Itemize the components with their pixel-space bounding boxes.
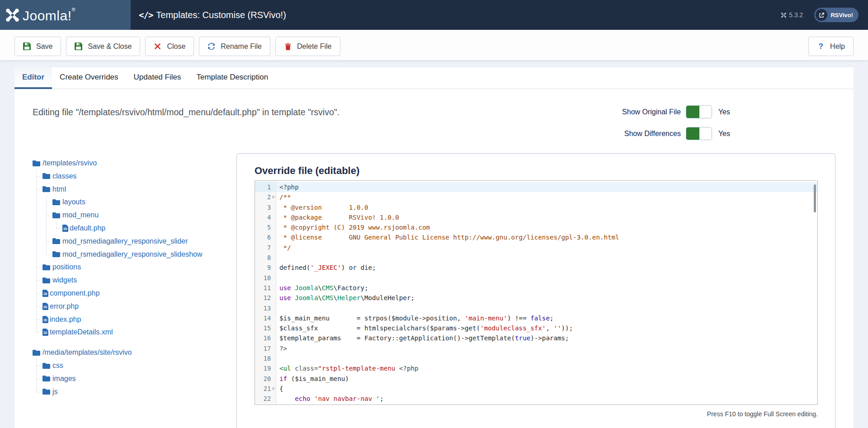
tab-template-description[interactable]: Template Description (189, 67, 276, 89)
delete-file-button[interactable]: Delete File (275, 37, 340, 56)
tree-item-mod-rsmediagallery-responsive-slideshow[interactable]: mod_rsmediagallery_responsive_slideshow (52, 248, 203, 261)
tree-item-label[interactable]: /media/templates/site/rsvivo (42, 348, 132, 357)
fold-arrow-icon[interactable]: v (271, 384, 276, 394)
tree-item-label[interactable]: index.php (50, 315, 81, 324)
code-line-2: /** (277, 192, 817, 202)
gutter-line-16: 16 (255, 333, 276, 343)
tree-item-html[interactable]: html (42, 183, 66, 196)
tree-item-label[interactable]: mod_rsmediagallery_responsive_slider (62, 237, 188, 245)
tree-item-label[interactable]: html (52, 185, 66, 193)
tree-connector-tick (36, 176, 40, 177)
save-button[interactable]: Save (14, 37, 61, 56)
rename-refresh-icon (208, 42, 215, 50)
tree-item-label[interactable]: js (52, 388, 58, 396)
tree-connector-line (46, 195, 47, 254)
tree-item-label[interactable]: classes (52, 172, 76, 180)
tree-connector-tick (36, 267, 40, 268)
file-icon (42, 329, 48, 336)
code-line-5: * @copyright (C) 2019 www.rsjoomla.com (277, 222, 817, 232)
fullscreen-hint: Press F10 to toggle Full Screen editing. (255, 410, 818, 418)
toggle-switch[interactable] (686, 105, 712, 118)
folder-icon (42, 362, 50, 369)
tree-item-label[interactable]: templateDetails.xml (50, 328, 113, 336)
gutter-line-12: 12 (255, 293, 276, 303)
gutter-line-9: 9 (255, 263, 276, 273)
tree-item-label[interactable]: mod_rsmediagallery_responsive_slideshow (62, 250, 203, 259)
switch-value: Yes (718, 108, 730, 116)
code-line-9: defined('_JEXEC') or die; (277, 263, 817, 273)
tree-item-label[interactable]: /templates/rsvivo (42, 159, 97, 167)
editing-info-row: Editing file "/templates/rsvivo/html/mod… (33, 105, 835, 140)
tree-item-classes[interactable]: classes (42, 170, 76, 183)
tree-item-error-php[interactable]: error.php (42, 300, 79, 313)
fold-arrow-icon[interactable]: v (271, 192, 276, 202)
folder-icon (33, 349, 40, 356)
tree-item-positions[interactable]: positions (42, 261, 81, 273)
gutter-line-14: 14 (255, 313, 276, 323)
tree-item-label[interactable]: mod_menu (62, 211, 99, 219)
close-icon (154, 42, 161, 50)
gutter-line-3: 3 (255, 202, 276, 212)
code-line-7: */ (277, 243, 817, 253)
tab-create-overrides[interactable]: Create Overrides (52, 67, 126, 89)
rename-file-button[interactable]: Rename File (199, 37, 270, 56)
switch-label: Show Differences (563, 130, 681, 138)
page-title: Templates: Customise (RSVivo!) (156, 10, 286, 20)
tree-item-index-php[interactable]: index.php (42, 313, 81, 326)
tree-item-images[interactable]: images (42, 372, 76, 385)
preview-site-button[interactable]: RSVivo! (814, 8, 859, 22)
code-line-19: <ul class="rstpl-template-menu <?php (277, 363, 817, 373)
tree-item-widgets[interactable]: widgets (42, 274, 77, 287)
tab-updated-files[interactable]: Updated Files (126, 67, 189, 89)
code-line-6: * @license GNU General Public License ht… (277, 232, 817, 242)
tree-item-mod-rsmediagallery-responsive-slider[interactable]: mod_rsmediagallery_responsive_slider (52, 235, 188, 248)
gutter-line-10: 10 (255, 273, 276, 283)
tree-item-layouts[interactable]: layouts (52, 196, 85, 208)
tree-item-label[interactable]: widgets (52, 276, 77, 284)
tree-item-label[interactable]: error.php (50, 302, 79, 310)
code-line-11: use Joomla\CMS\Factory; (277, 283, 817, 293)
folder-icon (33, 160, 40, 167)
gutter-line-22: 22 (255, 394, 276, 404)
file-icon (62, 225, 68, 232)
code-line-22: echo 'nav navbar-nav '; (277, 394, 817, 404)
tree-item-label[interactable]: positions (52, 263, 81, 271)
joomla-version: 5.3.2 (781, 11, 803, 19)
code-editor[interactable]: 12v3456789101112131415161718192021v22 <?… (255, 180, 818, 405)
close-button[interactable]: Close (145, 37, 194, 56)
joomla-brand[interactable]: Joomla!® (0, 0, 131, 30)
folder-icon (42, 264, 50, 271)
gutter-line-13: 13 (255, 303, 276, 313)
gutter-line-8: 8 (255, 253, 276, 263)
tree-item-default-php[interactable]: default.php (62, 222, 105, 235)
tree-item-label[interactable]: component.php (50, 289, 99, 297)
tree-item-media-templates-site-rsvivo[interactable]: /media/templates/site/rsvivo (33, 346, 132, 359)
gutter-line-2: 2v (255, 192, 276, 202)
editor-scrollbar[interactable] (814, 184, 816, 212)
tree-connector-tick (36, 392, 40, 392)
tab-editor[interactable]: Editor (14, 67, 52, 89)
tree-item-label[interactable]: layouts (62, 198, 85, 206)
tree-item-label[interactable]: css (52, 362, 63, 370)
tree-item-templates-rsvivo[interactable]: /templates/rsvivo (33, 157, 97, 169)
tree-connector-line (56, 221, 57, 228)
tree-item-mod-menu[interactable]: mod_menu (52, 209, 99, 221)
help-button[interactable]: ?Help (808, 37, 854, 56)
save-and-close-button[interactable]: Save & Close (66, 37, 140, 56)
tree-connector-tick (36, 320, 40, 320)
tree-item-js[interactable]: js (42, 386, 58, 398)
folder-icon (42, 173, 50, 179)
editor-code[interactable]: <?php/** * @version 1.0.0 * @package RSV… (277, 181, 817, 404)
tree-item-label[interactable]: images (52, 375, 76, 383)
code-line-21: { (277, 384, 817, 394)
tree-connector-tick (36, 306, 40, 307)
tree-item-component-php[interactable]: component.php (42, 287, 99, 300)
file-tree: /templates/rsvivo classes html layouts m… (33, 153, 236, 406)
gutter-line-1: 1 (255, 182, 276, 192)
editing-file-note: Editing file "/templates/rsvivo/html/mod… (33, 107, 563, 140)
code-line-12: use Joomla\CMS\Helper\ModuleHelper; (277, 293, 817, 303)
tree-item-css[interactable]: css (42, 359, 63, 372)
tree-item-templateDetails-xml[interactable]: templateDetails.xml (42, 326, 113, 339)
tree-item-label[interactable]: default.php (70, 224, 105, 232)
toggle-switch[interactable] (686, 127, 712, 140)
